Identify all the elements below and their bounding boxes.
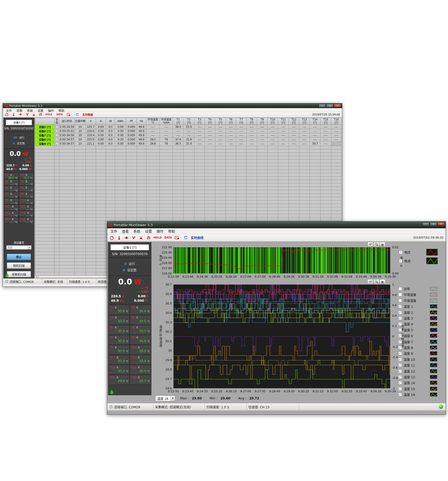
legend-温度 14-checkbox[interactable]: ✓温度 14 — [398, 380, 437, 385]
column-header[interactable]: T8[?] — [247, 118, 257, 125]
legend-温度 2-checkbox[interactable]: ✓温度 2 — [398, 310, 437, 315]
column-header[interactable]: T3[?] — [194, 118, 205, 125]
legend-温度 12-checkbox[interactable]: ✓温度 12 — [398, 369, 437, 373]
realtime-view-label[interactable]: 实时曲线 — [191, 235, 204, 240]
column-header[interactable]: T14[?] — [310, 118, 321, 125]
column-header[interactable]: T9[?] — [257, 118, 268, 125]
legend-温度 5-checkbox[interactable]: ✓温度 5 — [398, 328, 437, 332]
legend-checkbox[interactable]: ✓ — [398, 334, 402, 337]
column-header[interactable]: Hz — [137, 118, 146, 125]
row-checkbox[interactable]: ✓ — [56, 134, 58, 136]
legend-温度 15-checkbox[interactable]: ✓温度 15 — [398, 387, 437, 391]
legend-温度 10-checkbox[interactable]: ✓温度 10 — [398, 357, 437, 362]
realtime-view-label[interactable]: 实时数据 — [83, 113, 93, 117]
legend-温度 4-checkbox[interactable]: ✓温度 4 — [398, 322, 437, 326]
legend-温度 8-checkbox[interactable]: ✓温度 8 — [398, 345, 437, 350]
scroll-up-arrow-icon[interactable] — [110, 390, 114, 393]
voltage-icon[interactable]: V+ — [130, 235, 137, 241]
sliders-icon[interactable] — [145, 235, 152, 241]
plug-icon[interactable] — [18, 113, 23, 116]
column-header[interactable]: KWh — [115, 118, 126, 125]
legend-checkbox[interactable]: ✓ — [398, 322, 402, 326]
legend-温度 11-checkbox[interactable]: ✓温度 11 — [398, 363, 437, 367]
legend-checkbox[interactable]: ✓ — [398, 381, 402, 384]
column-header[interactable]: T13[?] — [299, 118, 310, 125]
legend-温度 3-checkbox[interactable]: ✓温度 3 — [398, 316, 437, 320]
export-icon[interactable] — [66, 113, 71, 116]
gauge-icon[interactable] — [108, 235, 115, 241]
legend-温度 16-checkbox[interactable]: ✓温度 16 — [398, 392, 437, 397]
legend-checkbox[interactable]: ✓ — [398, 340, 402, 343]
refresh-icon[interactable] — [74, 113, 80, 116]
legend-checkbox[interactable]: ✓ — [398, 369, 402, 373]
legend-checkbox[interactable]: ✓ — [398, 363, 402, 367]
multi-scan-button[interactable]: 多联机扫描 — [7, 271, 31, 277]
legend-温度 9-checkbox[interactable]: ✓温度 9 — [398, 351, 437, 356]
column-header[interactable]: 已循环数 — [75, 118, 86, 125]
menu-item[interactable]: 设置 — [143, 228, 154, 234]
menu-item[interactable]: 帮助 — [166, 228, 177, 234]
channel-selector[interactable]: 温度 16 ▼ — [155, 395, 175, 401]
legend-checkbox[interactable]: ✓ — [398, 352, 402, 355]
plug-icon[interactable] — [123, 235, 130, 241]
alarm-icon[interactable] — [31, 113, 36, 116]
legend-checkbox[interactable] — [398, 293, 402, 296]
menu-item[interactable]: 查看 — [14, 108, 24, 112]
column-header[interactable]: W — [106, 118, 115, 125]
chevron-down-icon[interactable]: ▼ — [170, 396, 175, 401]
table-row[interactable]: 设备6 [?]✓0 00:35:0110220.60.000.00.000.00… — [35, 129, 342, 133]
zoom-icon-bottom[interactable]: + — [374, 279, 379, 284]
zoom-icon-top[interactable]: + — [374, 242, 379, 247]
legend-checkbox[interactable]: ✓ — [398, 358, 402, 361]
minimize-button[interactable]: — — [422, 222, 429, 226]
voltage-icon[interactable]: V+ — [25, 113, 30, 116]
data-button[interactable]: DATA — [163, 235, 173, 241]
crosshair-icon-top[interactable]: + — [367, 242, 373, 247]
offline-scan-button[interactable]: 脱机扫描 — [7, 262, 31, 269]
voltage-current-plot[interactable] — [173, 247, 390, 273]
back-titlebar[interactable]: Portable MixViewer 3.3 — ▢ ✕ — [3, 103, 342, 108]
legend-checkbox[interactable]: ✓ — [398, 328, 402, 332]
menu-item[interactable]: 帮助 — [56, 108, 66, 112]
menu-item[interactable]: 操作 — [154, 228, 166, 234]
menu-item[interactable]: 操作 — [46, 108, 56, 112]
legend-环境温度-checkbox[interactable]: 环境温度 — [398, 292, 437, 297]
device-name-box[interactable]: 设备5 [?] — [6, 120, 32, 125]
row-checkbox[interactable]: ✓ — [56, 130, 58, 132]
table-row[interactable]: 设备8 [?]✓0 00:34:5710220.50.000.00.200.00… — [35, 137, 342, 141]
data-button[interactable]: DATA — [56, 113, 63, 116]
legend-checkbox[interactable]: ✓ — [399, 259, 402, 263]
pan-hand-icon-bottom[interactable] — [380, 279, 385, 284]
sliders-icon[interactable] — [38, 113, 43, 116]
menu-item[interactable]: 文件 — [108, 228, 119, 234]
thermometer-icon[interactable] — [11, 113, 16, 116]
column-header[interactable]: T11[?] — [278, 118, 289, 125]
row-checkbox[interactable]: ✓ — [56, 126, 58, 128]
hold-button[interactable]: HOLD — [45, 113, 53, 116]
column-header[interactable]: 运行时间 — [59, 118, 74, 125]
gauge-icon[interactable] — [4, 113, 9, 116]
legend-checkbox[interactable]: ✓ — [398, 387, 402, 390]
column-header[interactable]: A — [96, 118, 106, 125]
maximize-button[interactable]: ▢ — [326, 104, 333, 108]
crosshair-icon-bottom[interactable]: + — [367, 279, 373, 284]
menu-item[interactable]: 系统 — [131, 228, 142, 234]
legend-温度 6-checkbox[interactable]: ✓温度 6 — [398, 334, 437, 338]
menu-item[interactable]: 查看 — [120, 228, 131, 234]
refresh-icon[interactable] — [183, 235, 189, 241]
column-header[interactable]: V — [86, 118, 96, 125]
menu-item[interactable]: 系统 — [25, 108, 35, 112]
column-header[interactable]: T12[?] — [289, 118, 299, 125]
legend-温度 7-checkbox[interactable]: ✓温度 7 — [398, 340, 437, 344]
table-row[interactable]: 设备9 [?]✓0 00:34:5710221.10.000.00.000.00… — [35, 141, 342, 146]
column-header[interactable]: T7[?] — [236, 118, 247, 125]
legend-checkbox[interactable]: ✓ — [398, 346, 402, 349]
table-row[interactable]: 设备5 [?]✓0 00:34:5910220.70.000.00.000.00… — [35, 125, 342, 129]
test-number-input[interactable] — [6, 245, 28, 250]
column-header[interactable]: T5[?] — [215, 118, 226, 125]
minimize-button[interactable]: — — [319, 104, 326, 108]
close-button[interactable]: ✕ — [334, 104, 341, 108]
legend-checkbox[interactable]: ✓ — [398, 393, 402, 396]
column-header[interactable] — [35, 118, 55, 125]
legend-温度 1-checkbox[interactable]: ✓温度 1 — [398, 304, 437, 309]
